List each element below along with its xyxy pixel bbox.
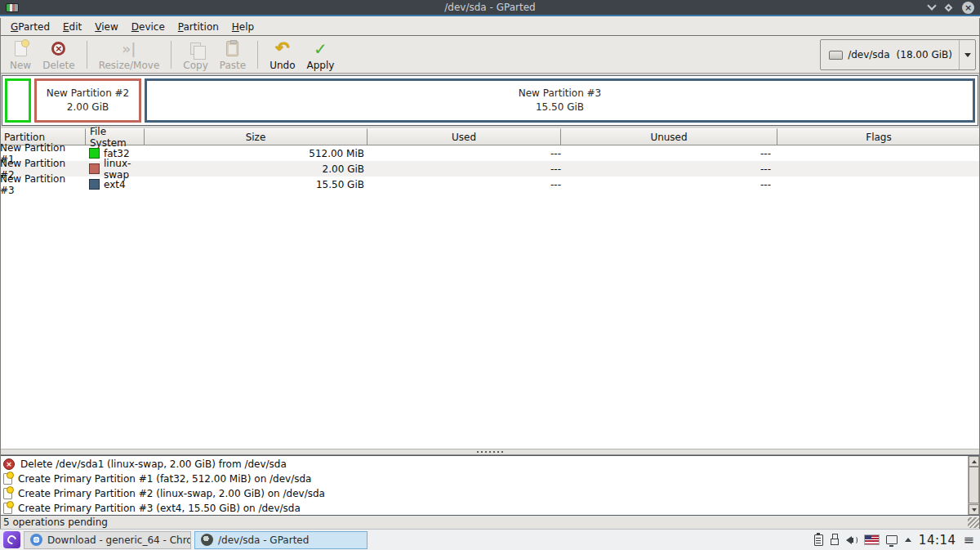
menu-edit[interactable]: Edit [56, 20, 88, 34]
app-launcher-button[interactable] [3, 531, 20, 548]
minimize-icon[interactable] [927, 1, 936, 10]
volume-icon[interactable] [846, 534, 858, 546]
visual-partition-1[interactable] [5, 78, 31, 123]
delete-button[interactable]: × Delete [37, 38, 80, 72]
removable-device-icon[interactable] [831, 539, 839, 545]
device-selector[interactable]: /dev/sda(18.00 GiB) [820, 39, 976, 70]
menu-device[interactable]: Device [125, 20, 172, 34]
fat32-color-swatch [89, 148, 100, 159]
apply-icon: ✓ [314, 41, 327, 57]
table-header: Partition File System Size Used Unused F… [0, 128, 980, 145]
table-row[interactable]: New Partition #2 linux-swap 2.00 GiB ---… [0, 161, 980, 177]
operations-list: × Delete /dev/sda1 (linux-swap, 2.00 GiB… [1, 456, 967, 515]
column-header-filesystem[interactable]: File System [86, 128, 145, 145]
operation-item: Create Primary Partition #2 (linux-swap,… [1, 486, 967, 501]
pane-resize-handle[interactable] [0, 449, 980, 455]
gparted-app-icon [6, 3, 19, 12]
resize-move-icon: »| [122, 41, 136, 57]
table-row[interactable]: New Partition #3 ext4 15.50 GiB --- --- [0, 177, 980, 192]
tray-expand-icon[interactable] [905, 538, 911, 542]
operation-item: Create Primary Partition #1 (fat32, 512.… [1, 472, 967, 486]
column-header-used[interactable]: Used [368, 128, 561, 145]
column-header-flags[interactable]: Flags [777, 128, 980, 145]
display-icon[interactable] [886, 535, 898, 544]
create-operation-icon [3, 503, 12, 514]
partition-size-label: 15.50 GiB [536, 101, 584, 114]
keyboard-layout-flag-icon[interactable] [865, 535, 879, 544]
menu-partition[interactable]: Partition [172, 20, 225, 34]
new-document-icon [15, 41, 27, 56]
operation-item: × Delete /dev/sda1 (linux-swap, 2.00 GiB… [1, 457, 967, 472]
operation-item: Create Primary Partition #3 (ext4, 15.50… [1, 501, 967, 516]
undo-button[interactable]: ↶ Undo [264, 38, 301, 72]
disk-visual-area: New Partition #2 2.00 GiB New Partition … [0, 74, 980, 128]
paste-button[interactable]: Paste [214, 38, 252, 72]
delete-icon: × [51, 42, 65, 56]
disk-frame: New Partition #2 2.00 GiB New Partition … [2, 75, 978, 126]
panel-menu-icon[interactable]: ≡ [964, 534, 974, 547]
apply-button[interactable]: ✓ Apply [301, 38, 341, 72]
menu-gparted[interactable]: GParted [4, 20, 56, 34]
triangle-up-icon [972, 460, 977, 463]
toolbar-separator [257, 41, 258, 69]
toolbar-separator [171, 41, 172, 69]
window-resize-grip[interactable] [968, 517, 979, 528]
new-button[interactable]: New [4, 38, 37, 72]
toolbar-separator [87, 41, 87, 69]
linux-swap-color-swatch [89, 163, 100, 174]
maximize-icon[interactable] [945, 3, 953, 11]
partition-label: New Partition #2 [47, 87, 130, 101]
column-header-size[interactable]: Size [145, 128, 368, 145]
menu-help[interactable]: Help [225, 20, 261, 34]
menubar: GParted Edit View Device Partition Help [0, 18, 980, 36]
gparted-task-icon [201, 534, 213, 546]
status-bar: 5 operations pending [0, 516, 980, 529]
chromium-icon [30, 534, 42, 546]
gparted-window: /dev/sda - GParted × GParted Edit View D… [0, 0, 980, 550]
operations-panel: × Delete /dev/sda1 (linux-swap, 2.00 GiB… [0, 455, 980, 516]
clock[interactable]: 14:14 [919, 533, 956, 548]
window-title: /dev/sda - GParted [0, 2, 980, 13]
paste-icon [226, 41, 238, 56]
scroll-up-button[interactable] [969, 456, 979, 467]
ext4-color-swatch [89, 179, 100, 190]
resize-move-button[interactable]: »| Resize/Move [93, 38, 166, 72]
copy-button[interactable]: Copy [177, 38, 213, 72]
undo-icon: ↶ [275, 40, 290, 57]
clipboard-icon[interactable] [814, 534, 823, 546]
visual-partition-2[interactable]: New Partition #2 2.00 GiB [34, 78, 141, 123]
system-tray: 14:14 ≡ [814, 533, 977, 548]
vertical-scrollbar[interactable] [968, 456, 979, 515]
partition-size-label: 2.00 GiB [67, 101, 109, 114]
scrollbar-thumb[interactable] [969, 467, 979, 503]
partition-label: New Partition #3 [519, 87, 602, 101]
taskbar: Download - generic_64 - Chromium /dev/sd… [0, 529, 980, 550]
launcher-icon [6, 534, 18, 546]
chevron-down-icon [964, 53, 971, 57]
table-row[interactable]: New Partition #1 fat32 512.00 MiB --- --… [0, 145, 980, 161]
create-operation-icon [3, 488, 12, 499]
taskbar-item-chromium[interactable]: Download - generic_64 - Chromium [24, 531, 191, 549]
taskbar-item-gparted[interactable]: /dev/sda - GParted [194, 531, 368, 549]
column-header-unused[interactable]: Unused [561, 128, 777, 145]
scroll-down-button[interactable] [969, 504, 979, 515]
pending-operations-status: 5 operations pending [3, 516, 108, 528]
window-border-left [0, 18, 1, 529]
create-operation-icon [3, 473, 12, 485]
menu-view[interactable]: View [88, 20, 124, 34]
triangle-down-icon [972, 508, 977, 512]
copy-icon [190, 42, 201, 55]
delete-operation-icon: × [3, 458, 15, 470]
close-icon[interactable]: × [962, 2, 974, 14]
disk-icon [829, 51, 843, 60]
partition-table: Partition File System Size Used Unused F… [0, 128, 980, 449]
device-path: /dev/sda [848, 49, 889, 60]
device-size: (18.00 GiB) [897, 49, 952, 60]
titlebar[interactable]: /dev/sda - GParted × [0, 0, 980, 16]
toolbar: New × Delete »| Resize/Move Copy Paste ↶… [0, 37, 980, 74]
visual-partition-3[interactable]: New Partition #3 15.50 GiB [145, 78, 975, 123]
